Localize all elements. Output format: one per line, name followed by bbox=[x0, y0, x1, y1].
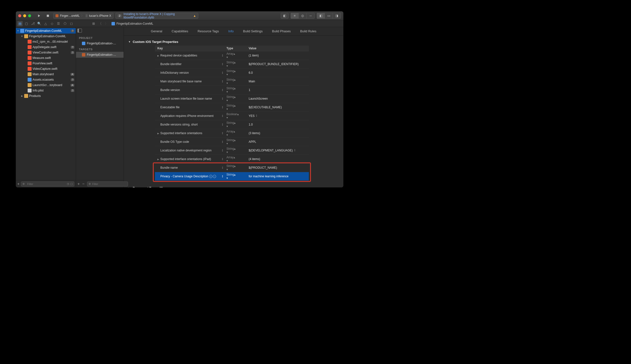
section-document-types[interactable]: ▶ Document Types (0) bbox=[128, 184, 339, 188]
toggle-debug-button[interactable]: ▭ bbox=[325, 13, 333, 19]
tab-build-rules[interactable]: Build Rules bbox=[300, 29, 316, 33]
plist-row[interactable]: Main storyboard file base name▴▾ String▴… bbox=[155, 77, 309, 86]
file-row[interactable]: Measure.swift bbox=[16, 55, 76, 61]
plist-key-cell[interactable]: Localization native development region▴▾ bbox=[155, 146, 224, 155]
plist-key-cell[interactable]: ▶Supported interface orientations▴▾ bbox=[155, 129, 224, 138]
plist-type-cell[interactable]: Array▴▾ bbox=[224, 155, 246, 164]
stepper-icon[interactable]: ▴▾ bbox=[222, 88, 223, 92]
plist-type-cell[interactable]: String▴▾ bbox=[224, 60, 246, 68]
project-root-row[interactable]: ▼ FingertipEstimation-CoreML ? bbox=[16, 28, 76, 34]
plist-row[interactable]: Application requires iPhone environment▴… bbox=[155, 112, 309, 120]
plist-type-cell[interactable]: String▴▾ bbox=[224, 164, 246, 172]
plist-key-cell[interactable]: ▶Required device capabilities▴▾ bbox=[155, 51, 224, 60]
nav-back-icon[interactable]: 〈 bbox=[97, 21, 102, 26]
value-stepper-icon[interactable]: ▴▾ bbox=[294, 149, 295, 152]
plist-row[interactable]: ▶Required device capabilities▴▾ Array▴▾ … bbox=[155, 51, 309, 60]
symbol-navigator-icon[interactable]: ⎇ bbox=[30, 21, 36, 26]
file-row[interactable]: VideoCapture.swift bbox=[16, 66, 76, 72]
library-button[interactable]: ◧ bbox=[281, 13, 288, 19]
file-row[interactable]: LaunchScr…toryboard A bbox=[16, 82, 76, 88]
plist-value-cell[interactable]: 6.0 bbox=[246, 68, 309, 77]
test-navigator-icon[interactable]: ◇ bbox=[49, 21, 55, 26]
file-row[interactable]: mv2_cpm_m…00.mlmodel bbox=[16, 39, 76, 44]
stepper-icon[interactable]: ▴▾ bbox=[222, 166, 223, 169]
plist-value-cell[interactable]: YES▴▾ bbox=[246, 112, 309, 120]
tab-build-settings[interactable]: Build Settings bbox=[243, 29, 263, 33]
plist-type-cell[interactable]: String▴▾ bbox=[224, 172, 246, 181]
plist-key-cell[interactable]: Application requires iPhone environment▴… bbox=[155, 112, 224, 120]
plist-key-cell[interactable]: Bundle versions string, short▴▾ bbox=[155, 120, 224, 129]
assistant-editor-button[interactable]: ◎ bbox=[299, 13, 306, 19]
tab-info[interactable]: Info bbox=[228, 29, 234, 33]
tab-general[interactable]: General bbox=[151, 29, 162, 33]
stop-button[interactable] bbox=[44, 13, 51, 19]
stepper-icon[interactable]: ▴▾ bbox=[226, 164, 236, 171]
plist-row[interactable]: Bundle versions string, short▴▾ String▴▾… bbox=[155, 120, 309, 129]
stepper-icon[interactable]: ▴▾ bbox=[226, 156, 235, 162]
remove-target-button[interactable]: − bbox=[82, 182, 84, 186]
plist-row[interactable]: Bundle name▴▾ String▴▾ $(PRODUCT_NAME) bbox=[155, 164, 309, 172]
plist-value-cell[interactable]: (4 items) bbox=[246, 155, 309, 164]
plist-row[interactable]: Bundle identifier▴▾ String▴▾ $(PRODUCT_B… bbox=[155, 60, 309, 68]
stepper-icon[interactable]: ▴▾ bbox=[226, 138, 236, 145]
stepper-icon[interactable]: ▴▾ bbox=[226, 95, 236, 102]
outline-toggle-button[interactable] bbox=[78, 28, 82, 32]
stepper-icon[interactable]: ▴▾ bbox=[222, 71, 223, 74]
stepper-icon[interactable]: ▴▾ bbox=[222, 63, 223, 66]
plist-value-cell[interactable]: $(DEVELOPMENT_LANGUAGE)▴▾ bbox=[246, 146, 309, 155]
plist-row[interactable]: Privacy - Camera Usage Description▴▾ + −… bbox=[155, 172, 309, 181]
add-target-button[interactable]: + bbox=[78, 182, 80, 186]
toggle-inspector-button[interactable]: ◨ bbox=[333, 13, 341, 19]
stepper-icon[interactable]: ▴▾ bbox=[222, 140, 223, 143]
stepper-icon[interactable]: ▴▾ bbox=[226, 112, 239, 119]
plist-type-cell[interactable]: String▴▾ bbox=[224, 138, 246, 146]
related-items-icon[interactable]: ⊞ bbox=[91, 21, 96, 26]
plist-value-cell[interactable]: $(PRODUCT_NAME) bbox=[246, 164, 309, 172]
remove-row-button[interactable]: − bbox=[213, 175, 216, 178]
tab-resource-tags[interactable]: Resource Tags bbox=[198, 29, 219, 33]
zoom-window-button[interactable] bbox=[28, 14, 31, 17]
plist-row[interactable]: Launch screen interface file base name▴▾… bbox=[155, 94, 309, 103]
stepper-icon[interactable]: ▴▾ bbox=[222, 158, 223, 160]
plist-value-cell[interactable]: APPL bbox=[246, 138, 309, 146]
plist-value-cell[interactable]: 1.0 bbox=[246, 120, 309, 129]
stepper-icon[interactable]: ▴▾ bbox=[226, 104, 236, 111]
plist-key-cell[interactable]: Bundle identifier▴▾ bbox=[155, 60, 224, 68]
plist-row[interactable]: Bundle version▴▾ String▴▾ 1 bbox=[155, 86, 309, 94]
group-row[interactable]: ▼ FingertipEstimation-CoreML bbox=[16, 34, 76, 39]
plist-value-cell[interactable]: Main bbox=[246, 77, 309, 86]
plist-value-cell[interactable]: (3 items) bbox=[246, 129, 309, 138]
tab-build-phases[interactable]: Build Phases bbox=[272, 29, 291, 33]
plist-value-cell[interactable]: 1 bbox=[246, 86, 309, 94]
close-window-button[interactable] bbox=[18, 14, 21, 17]
plist-key-cell[interactable]: Bundle version▴▾ bbox=[155, 86, 224, 94]
stepper-icon[interactable]: ▴▾ bbox=[226, 130, 235, 136]
find-navigator-icon[interactable]: 🔍 bbox=[36, 21, 42, 26]
plist-type-cell[interactable]: String▴▾ bbox=[224, 77, 246, 86]
add-row-button[interactable]: + bbox=[209, 175, 212, 178]
report-navigator-icon[interactable]: ◻ bbox=[68, 21, 74, 26]
nav-forward-icon[interactable]: 〉 bbox=[104, 21, 109, 26]
project-navigator-icon[interactable]: ▤ bbox=[17, 21, 23, 26]
minimize-window-button[interactable] bbox=[23, 14, 26, 17]
plist-key-cell[interactable]: InfoDictionary version▴▾ bbox=[155, 68, 224, 77]
plist-key-cell[interactable]: Executable file▴▾ bbox=[155, 103, 224, 112]
plist-type-cell[interactable]: String▴▾ bbox=[224, 94, 246, 103]
plist-value-cell[interactable]: for machine learning inference bbox=[246, 172, 309, 181]
stepper-icon[interactable]: ▴▾ bbox=[226, 173, 236, 180]
plist-key-cell[interactable]: Launch screen interface file base name▴▾ bbox=[155, 94, 224, 103]
plist-row[interactable]: ▶Supported interface orientations▴▾ Arra… bbox=[155, 129, 309, 138]
breakpoint-navigator-icon[interactable]: ⬠ bbox=[62, 21, 68, 26]
plist-type-cell[interactable]: String▴▾ bbox=[224, 86, 246, 94]
plist-key-cell[interactable]: Bundle OS Type code▴▾ bbox=[155, 138, 224, 146]
scm-filter-icon[interactable]: ▢ bbox=[70, 182, 73, 186]
run-button[interactable] bbox=[36, 13, 42, 19]
stepper-icon[interactable]: ▴▾ bbox=[226, 61, 236, 68]
plist-type-cell[interactable]: String▴▾ bbox=[224, 103, 246, 112]
file-row[interactable]: Assets.xcassets ? bbox=[16, 77, 76, 82]
navigator-filter-input[interactable] bbox=[21, 182, 74, 186]
plist-value-cell[interactable]: $(PRODUCT_BUNDLE_IDENTIFIER) bbox=[246, 60, 309, 68]
file-row[interactable]: PoseView.swift bbox=[16, 61, 76, 66]
outline-filter-input[interactable] bbox=[87, 182, 128, 186]
file-row[interactable]: ViewController.swift ? bbox=[16, 50, 76, 55]
